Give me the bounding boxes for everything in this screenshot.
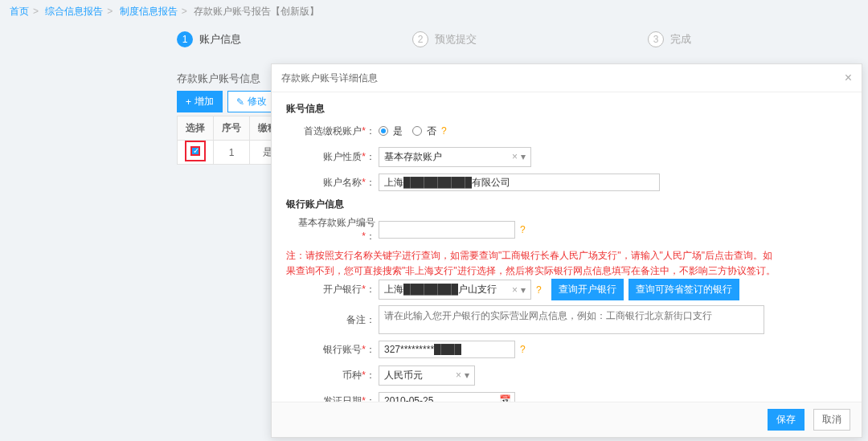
- prefer-tax-no-radio[interactable]: [412, 126, 422, 136]
- prefer-tax-no-text: 否: [427, 125, 436, 138]
- bank-acct-label: 银行账号: [323, 344, 362, 355]
- currency-value: 人民币元: [384, 369, 423, 382]
- currency-select[interactable]: 人民币元 ×▾: [379, 365, 475, 386]
- close-icon[interactable]: ×: [845, 71, 852, 85]
- prefer-tax-yes-radio[interactable]: [379, 126, 388, 136]
- modal: 存款账户账号详细信息 × 账号信息 首选缴税账户*： 是 否 ? 账户性质*：: [271, 63, 862, 438]
- acct-nature-label: 账户性质: [323, 151, 362, 162]
- clear-icon[interactable]: ×: [512, 151, 518, 162]
- issue-date-label: 发证日期: [323, 395, 362, 402]
- warning-note: 注：请按照支行名称关键字进行查询，如需要查询"工商银行长春人民广场支行"，请输入…: [286, 248, 776, 279]
- remark-input[interactable]: [379, 305, 764, 334]
- open-bank-value: 上海████████户山支行: [384, 283, 497, 296]
- save-button[interactable]: 保存: [768, 409, 805, 431]
- query-bank-button[interactable]: 查询开户银行: [551, 279, 624, 300]
- chevron-down-icon[interactable]: ▾: [465, 370, 469, 381]
- help-icon[interactable]: ?: [441, 125, 447, 137]
- chevron-down-icon[interactable]: ▾: [521, 151, 526, 162]
- open-bank-select[interactable]: 上海████████户山支行 ×▾: [379, 280, 531, 300]
- acct-nature-select[interactable]: 基本存款账户 ×▾: [379, 147, 531, 167]
- group-bank: 银行账户信息: [286, 198, 847, 211]
- basic-no-input[interactable]: [379, 221, 515, 239]
- help-icon[interactable]: ?: [536, 284, 542, 296]
- acct-name-input[interactable]: [379, 174, 660, 191]
- open-bank-label: 开户银行: [323, 284, 362, 295]
- clear-icon[interactable]: ×: [512, 284, 518, 296]
- prefer-tax-yes-text: 是: [393, 125, 403, 138]
- modal-title: 存款账户账号详细信息: [281, 71, 378, 85]
- chevron-down-icon[interactable]: ▾: [521, 284, 526, 296]
- remark-label: 备注: [346, 314, 366, 325]
- acct-nature-value: 基本存款账户: [384, 150, 442, 164]
- bank-acct-input[interactable]: [379, 341, 515, 358]
- cancel-button[interactable]: 取消: [813, 409, 850, 431]
- prefer-tax-label: 首选缴税账户: [304, 125, 362, 137]
- help-icon[interactable]: ?: [520, 224, 526, 235]
- clear-icon[interactable]: ×: [456, 370, 461, 381]
- issue-date-input[interactable]: [379, 392, 515, 402]
- acct-name-label: 账户名称: [323, 177, 362, 188]
- modal-overlay: 存款账户账号详细信息 × 账号信息 首选缴税账户*： 是 否 ? 账户性质*：: [0, 0, 868, 441]
- calendar-icon[interactable]: 📅: [499, 394, 511, 402]
- query-cross-button[interactable]: 查询可跨省签订的银行: [628, 279, 739, 300]
- group-account: 账号信息: [286, 102, 847, 116]
- currency-label: 币种: [342, 370, 362, 381]
- basic-no-label: 基本存款账户编号: [298, 217, 375, 228]
- help-icon[interactable]: ?: [520, 344, 526, 355]
